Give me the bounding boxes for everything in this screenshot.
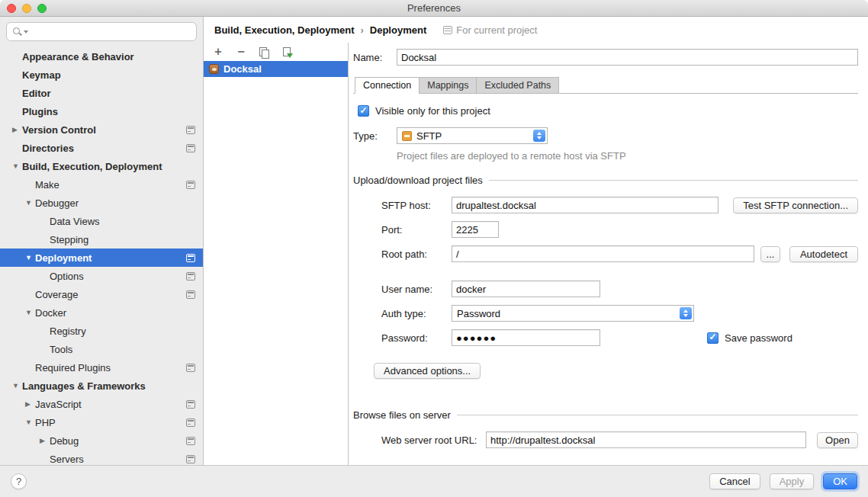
tab-connection[interactable]: Connection [355,77,420,94]
project-scope-icon [443,26,452,34]
tab-excluded-paths[interactable]: Excluded Paths [476,77,559,94]
sidebar-item-debugger[interactable]: Debugger [0,194,203,212]
sidebar-item-docker[interactable]: Docker [0,303,203,322]
apply-button[interactable]: Apply [770,473,815,489]
section-upload-label: Upload/download project files [353,175,483,186]
project-scope-icon [186,272,195,281]
save-password-checkbox[interactable]: Save password [707,332,792,344]
default-server-button[interactable] [280,45,294,59]
sidebar-item-build-execution-deployment[interactable]: Build, Execution, Deployment [0,157,203,175]
search-options-chevron-icon[interactable] [24,30,28,34]
chevron-down-icon[interactable] [25,199,35,207]
password-label: Password: [381,332,452,344]
server-name-input[interactable] [397,49,858,66]
sidebar-item-editor[interactable]: Editor [0,84,203,102]
sidebar-item-data-views[interactable]: Data Views [0,212,203,230]
help-button[interactable]: ? [11,473,27,489]
remove-server-button[interactable]: − [234,45,248,59]
chevron-right-icon[interactable] [12,126,22,133]
breadcrumb-parent[interactable]: Build, Execution, Deployment [214,24,354,36]
auth-type-select[interactable]: Password [452,305,694,322]
chevron-down-icon[interactable] [25,309,35,316]
visible-only-checkbox[interactable]: Visible only for this project [358,105,858,117]
sftp-host-row: SFTP host: Test SFTP connection... [381,197,858,213]
auth-type-selected-value: Password [457,308,500,319]
main-area: Appearance & Behavior Keymap Editor Plug… [0,17,868,465]
root-path-row: Root path: ... Autodetect [381,245,858,262]
chevron-down-icon[interactable] [25,418,35,426]
cancel-button[interactable]: Cancel [709,473,760,489]
auth-type-row: Auth type: Password [381,305,858,322]
open-url-button[interactable]: Open [817,432,858,448]
settings-search-box[interactable] [6,22,197,41]
sidebar-item-version-control[interactable]: Version Control [0,120,203,139]
section-divider-line [489,180,858,181]
close-window-button[interactable] [7,4,16,13]
chevron-down-icon[interactable] [12,382,22,390]
type-row: Type: SFTP [353,127,858,144]
chevron-down-icon[interactable] [25,254,35,261]
window-titlebar: Preferences [0,0,868,17]
sidebar-item-make[interactable]: Make [0,175,203,194]
browse-root-path-button[interactable]: ... [760,246,780,262]
sidebar-item-registry[interactable]: Registry [0,322,203,340]
server-toolbar: + − [204,43,348,61]
copy-server-button[interactable] [257,45,271,59]
sidebar-item-appearance-behavior[interactable]: Appearance & Behavior [0,47,203,66]
sidebar-item-servers[interactable]: Servers [0,450,203,465]
server-list-item[interactable]: Docksal [204,61,348,77]
section-divider-line [457,415,858,415]
sidebar-item-languages-frameworks[interactable]: Languages & Frameworks [0,377,203,395]
minimize-window-button[interactable] [22,4,31,13]
web-root-input[interactable] [486,431,806,448]
chevron-right-icon[interactable] [25,400,35,408]
web-root-label: Web server root URL: [381,434,486,446]
advanced-options-button[interactable]: Advanced options... [374,363,481,379]
type-help-text: Project files are deployed to a remote h… [397,150,858,162]
autodetect-button[interactable]: Autodetect [789,246,858,262]
breadcrumb-current: Deployment [370,24,426,36]
server-list: Docksal [204,61,348,77]
checkbox-checked-icon [358,105,369,117]
sidebar-item-php[interactable]: PHP [0,413,203,431]
server-list-panel: + − Docksal [204,43,349,465]
sidebar-item-directories[interactable]: Directories [0,139,203,157]
tab-mappings[interactable]: Mappings [419,77,477,94]
test-sftp-connection-button[interactable]: Test SFTP connection... [733,197,858,213]
sftp-host-label: SFTP host: [381,200,452,211]
chevron-right-icon[interactable] [40,437,50,444]
section-browse-files: Browse files on server [353,409,858,421]
root-path-label: Root path: [381,248,452,260]
type-select[interactable]: SFTP [397,127,548,144]
sidebar-item-javascript[interactable]: JavaScript [0,395,203,413]
chevron-down-icon[interactable] [12,162,22,170]
search-input[interactable] [30,27,191,37]
dropdown-stepper-icon [680,307,692,319]
project-scope-icon [186,418,195,427]
name-label: Name: [353,52,397,63]
advanced-options-row: Advanced options... [374,363,858,379]
add-server-button[interactable]: + [211,45,225,59]
sidebar-item-options[interactable]: Options [0,267,203,285]
sidebar-item-keymap[interactable]: Keymap [0,66,203,84]
sidebar-item-debug[interactable]: Debug [0,431,203,450]
password-input[interactable] [452,329,600,346]
sidebar-item-coverage[interactable]: Coverage [0,285,203,303]
preferences-window: Preferences Appearance & Behavior Keymap… [0,0,868,497]
sidebar-item-deployment[interactable]: Deployment [0,248,203,267]
body-row: + − Docksal Name: [204,43,868,465]
sftp-host-input[interactable] [452,197,719,213]
user-name-label: User name: [381,284,452,295]
port-input[interactable] [452,221,499,238]
zoom-window-button[interactable] [37,4,47,13]
root-path-input[interactable] [452,245,754,262]
sidebar-item-stepping[interactable]: Stepping [0,230,203,248]
sidebar-item-required-plugins[interactable]: Required Plugins [0,358,203,377]
web-root-row: Web server root URL: Open [381,431,858,448]
user-name-row: User name: [381,281,858,297]
user-name-input[interactable] [452,281,600,297]
ok-button[interactable]: OK [823,473,857,489]
project-scope-icon [186,126,195,134]
sidebar-item-tools[interactable]: Tools [0,340,203,358]
sidebar-item-plugins[interactable]: Plugins [0,102,203,120]
